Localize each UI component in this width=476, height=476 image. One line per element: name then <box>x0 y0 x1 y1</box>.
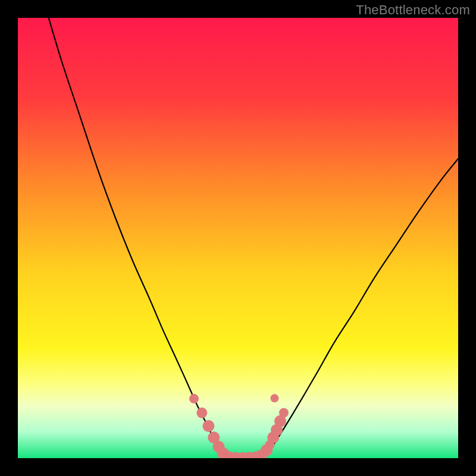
valley-marker <box>279 408 289 418</box>
watermark-text: TheBottleneck.com <box>356 2 470 18</box>
valley-marker <box>270 394 278 402</box>
chart-frame: TheBottleneck.com <box>0 0 476 476</box>
valley-marker <box>202 420 214 432</box>
markers-layer <box>18 18 458 458</box>
valley-markers-group <box>189 394 289 458</box>
valley-marker <box>189 394 199 403</box>
plot-area <box>18 18 458 458</box>
valley-marker <box>196 408 207 418</box>
